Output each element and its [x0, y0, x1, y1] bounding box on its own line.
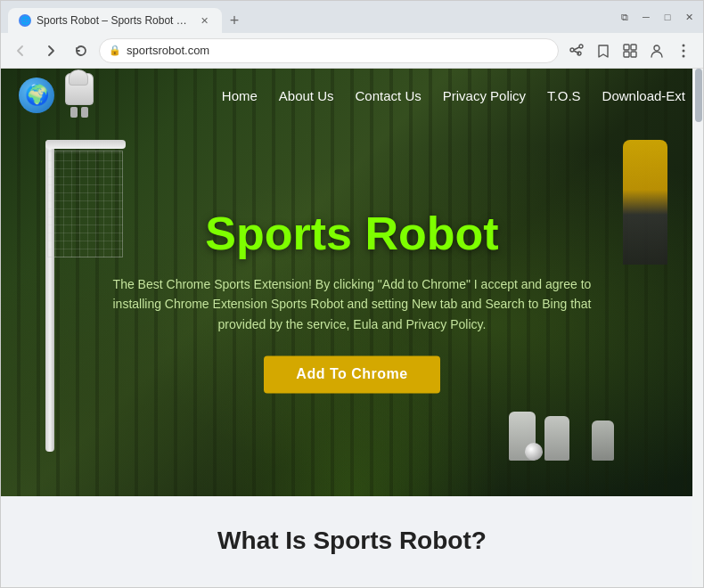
more-options-icon[interactable] — [671, 38, 696, 63]
logo-robot-icon — [58, 69, 101, 121]
robot-figures — [509, 412, 614, 461]
svg-point-6 — [683, 49, 685, 52]
forward-button[interactable] — [38, 38, 63, 63]
hero-content: Sports Robot The Best Chrome Sports Exte… — [85, 207, 619, 393]
toolbar-actions — [564, 38, 696, 63]
close-button[interactable]: ✕ — [682, 10, 696, 24]
window-controls: ⧉ ─ □ ✕ — [618, 10, 696, 24]
address-text: sportsrobot.com — [127, 44, 549, 57]
tab-favicon-icon: 🌐 — [19, 14, 31, 27]
extensions-icon[interactable] — [618, 38, 643, 63]
share-icon[interactable] — [564, 38, 589, 63]
title-bar: 🌐 Sports Robot – Sports Robot Li... ✕ + … — [1, 1, 703, 33]
tab-strip: 🌐 Sports Robot – Sports Robot Li... ✕ + — [8, 1, 614, 33]
crowd-figure — [623, 140, 667, 265]
nav-privacy[interactable]: Privacy Policy — [443, 88, 526, 103]
svg-rect-0 — [624, 45, 629, 50]
address-bar[interactable]: 🔒 sportsrobot.com — [99, 38, 559, 63]
minimize-button[interactable]: ⧉ — [618, 10, 632, 24]
site-logo: 🌍 — [19, 69, 101, 121]
hero-section: 🌍 Home About Us Contact Us Privacy Polic… — [1, 69, 703, 496]
svg-point-7 — [683, 54, 685, 57]
nav-links: Home About Us Contact Us Privacy Policy … — [222, 88, 685, 103]
add-to-chrome-button[interactable]: Add To Chrome — [264, 356, 439, 394]
scrollbar[interactable] — [692, 69, 703, 587]
svg-point-4 — [654, 45, 659, 51]
hero-title: Sports Robot — [85, 207, 619, 260]
robot-2 — [544, 416, 569, 461]
back-button[interactable] — [8, 38, 33, 63]
new-tab-button[interactable]: + — [222, 8, 247, 33]
nav-home[interactable]: Home — [222, 88, 258, 103]
tab-title-text: Sports Robot – Sports Robot Li... — [37, 14, 192, 27]
svg-rect-3 — [631, 52, 636, 57]
lock-icon: 🔒 — [109, 45, 121, 56]
site-navigation: 🌍 Home About Us Contact Us Privacy Polic… — [1, 69, 703, 122]
bookmark-icon[interactable] — [591, 38, 616, 63]
section-title: What Is Sports Robot? — [217, 527, 487, 555]
hero-description: The Best Chrome Sports Extension! By cli… — [85, 274, 619, 334]
svg-rect-1 — [631, 45, 636, 50]
nav-about[interactable]: About Us — [279, 88, 334, 103]
robot-3 — [592, 421, 614, 461]
page-content: 🌍 Home About Us Contact Us Privacy Polic… — [1, 69, 703, 587]
refresh-button[interactable] — [69, 38, 94, 63]
active-tab[interactable]: 🌐 Sports Robot – Sports Robot Li... ✕ — [8, 8, 222, 33]
tab-close-button[interactable]: ✕ — [197, 13, 211, 28]
profile-icon[interactable] — [644, 38, 669, 63]
svg-rect-2 — [624, 52, 629, 57]
nav-tos[interactable]: T.O.S — [547, 88, 581, 103]
browser-toolbar: 🔒 sportsrobot.com — [1, 33, 703, 69]
logo-globe-icon: 🌍 — [19, 78, 54, 113]
browser-window: 🌐 Sports Robot – Sports Robot Li... ✕ + … — [0, 0, 704, 588]
nav-contact[interactable]: Contact Us — [356, 88, 422, 103]
below-fold-section: What Is Sports Robot? — [1, 496, 703, 585]
soccer-ball — [525, 443, 543, 461]
nav-download[interactable]: Download-Ext — [602, 88, 685, 103]
maximize-button[interactable]: □ — [660, 10, 675, 24]
restore-button[interactable]: ─ — [639, 10, 653, 24]
svg-point-5 — [683, 44, 685, 46]
